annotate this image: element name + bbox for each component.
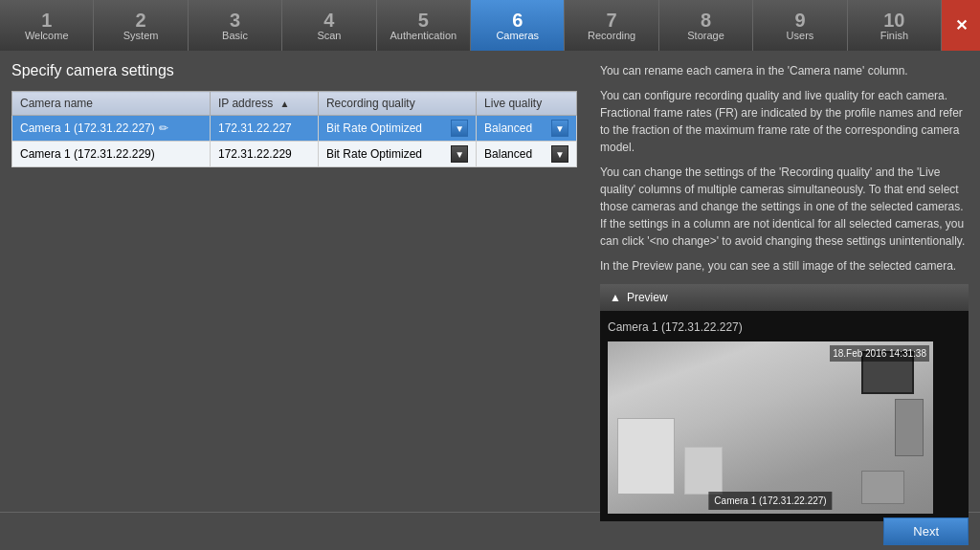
ip-address-cell-2: 172.31.22.229: [210, 142, 318, 167]
col-live-quality[interactable]: Live quality: [477, 92, 577, 116]
preview-header[interactable]: ▲ Preview: [600, 284, 969, 311]
nav-num-storage: 8: [701, 11, 711, 30]
live-quality-value-1: Balanced: [484, 121, 549, 135]
nav-label-recording: Recording: [588, 30, 635, 41]
nav-label-scan: Scan: [317, 30, 341, 41]
camera-feed: [608, 341, 933, 514]
info-text-4: In the Preview pane, you can see a still…: [600, 257, 969, 275]
nav-label-auth: Authentication: [390, 30, 457, 41]
recording-quality-dropdown-2[interactable]: ▼: [451, 145, 468, 163]
table-row[interactable]: Camera 1 (172.31.22.227) ✏ 172.31.22.227…: [12, 116, 577, 142]
nav-item-basic[interactable]: 3 Basic: [189, 0, 282, 51]
edit-camera-name-icon-1[interactable]: ✏: [159, 121, 168, 135]
col-camera-name[interactable]: Camera name: [12, 92, 211, 116]
top-navigation: 1 Welcome 2 System 3 Basic 4 Scan 5 Auth…: [0, 0, 980, 51]
preview-timestamp: 18.Feb 2016 14:31:38: [830, 345, 929, 362]
table-header-row: Camera name IP address ▲ Recording quali…: [12, 92, 577, 116]
live-quality-dropdown-1[interactable]: ▼: [551, 120, 568, 137]
ip-address-cell-1: 172.31.22.227: [210, 116, 318, 142]
camera-name-1: Camera 1 (172.31.22.227): [20, 121, 155, 135]
right-panel: You can rename each camera in the 'Camer…: [589, 51, 980, 512]
preview-content: Camera 1 (172.31.22.227) 18.Feb 2016 14:…: [600, 311, 969, 521]
camera-name-cell-2: Camera 1 (172.31.22.229): [12, 142, 211, 167]
nav-label-basic: Basic: [222, 30, 248, 41]
nav-item-finish[interactable]: 10 Finish: [848, 0, 942, 51]
col-recording-quality[interactable]: Recording quality: [318, 92, 476, 116]
live-quality-cell-1: Balanced ▼: [477, 116, 577, 142]
nav-item-recording[interactable]: 7 Recording: [565, 0, 658, 51]
nav-num-welcome: 1: [41, 11, 52, 30]
preview-cam-overlay: Camera 1 (172.31.22.227): [708, 492, 832, 510]
info-text-2: You can configure recording quality and …: [600, 87, 969, 156]
nav-num-scan: 4: [323, 11, 334, 30]
camera-table: Camera name IP address ▲ Recording quali…: [11, 91, 577, 167]
nav-num-finish: 10: [883, 11, 904, 30]
nav-num-system: 2: [136, 11, 146, 30]
nav-label-finish: Finish: [880, 30, 908, 41]
nav-item-scan[interactable]: 4 Scan: [282, 0, 376, 51]
preview-image: 18.Feb 2016 14:31:38 Camera 1 (172.31.22…: [608, 341, 933, 514]
nav-label-system: System: [123, 30, 159, 41]
live-quality-value-2: Balanced: [484, 147, 549, 161]
camera-name-cell-1: Camera 1 (172.31.22.227) ✏: [12, 116, 211, 142]
nav-num-cameras: 6: [512, 11, 523, 30]
live-quality-cell-2: Balanced ▼: [477, 142, 577, 167]
recording-quality-value-1: Bit Rate Optimized: [326, 121, 449, 135]
table-row[interactable]: Camera 1 (172.31.22.229) 172.31.22.229 B…: [12, 142, 577, 167]
nav-item-users[interactable]: 9 Users: [753, 0, 847, 51]
chevron-up-icon: ▲: [610, 289, 621, 306]
info-text-1: You can rename each camera in the 'Camer…: [600, 62, 969, 79]
recording-quality-value-2: Bit Rate Optimized: [326, 147, 449, 161]
live-quality-dropdown-2[interactable]: ▼: [551, 145, 568, 163]
camera-name-2: Camera 1 (172.31.22.229): [20, 147, 155, 161]
nav-label-users: Users: [787, 30, 814, 41]
nav-item-cameras[interactable]: 6 Cameras: [471, 0, 565, 51]
nav-item-authentication[interactable]: 5 Authentication: [377, 0, 471, 51]
nav-item-system[interactable]: 2 System: [94, 0, 188, 51]
nav-label-cameras: Cameras: [496, 30, 539, 41]
page-title: Specify camera settings: [11, 62, 577, 79]
preview-camera-label: Camera 1 (172.31.22.227): [608, 319, 961, 336]
recording-quality-cell-1: Bit Rate Optimized ▼: [318, 116, 476, 142]
preview-section: ▲ Preview Camera 1 (172.31.22.227) 18.: [600, 284, 969, 521]
nav-num-basic: 3: [230, 11, 240, 30]
nav-item-storage[interactable]: 8 Storage: [659, 0, 753, 51]
sort-icon: ▲: [279, 99, 289, 109]
left-panel: Specify camera settings Camera name IP a…: [0, 51, 589, 512]
col-ip-address[interactable]: IP address ▲: [210, 92, 318, 116]
recording-quality-dropdown-1[interactable]: ▼: [451, 120, 468, 137]
nav-label-storage: Storage: [687, 30, 724, 41]
content-area: Specify camera settings Camera name IP a…: [0, 51, 980, 512]
nav-num-users: 9: [794, 11, 805, 30]
nav-num-recording: 7: [607, 11, 617, 30]
nav-label-welcome: Welcome: [25, 30, 69, 41]
nav-num-auth: 5: [418, 11, 429, 30]
preview-label: Preview: [627, 289, 668, 306]
close-button[interactable]: ✕: [942, 0, 980, 51]
recording-quality-cell-2: Bit Rate Optimized ▼: [318, 142, 476, 167]
info-text-3: You can change the settings of the 'Reco…: [600, 164, 969, 250]
nav-item-welcome[interactable]: 1 Welcome: [0, 0, 94, 51]
next-button[interactable]: Next: [883, 517, 969, 545]
